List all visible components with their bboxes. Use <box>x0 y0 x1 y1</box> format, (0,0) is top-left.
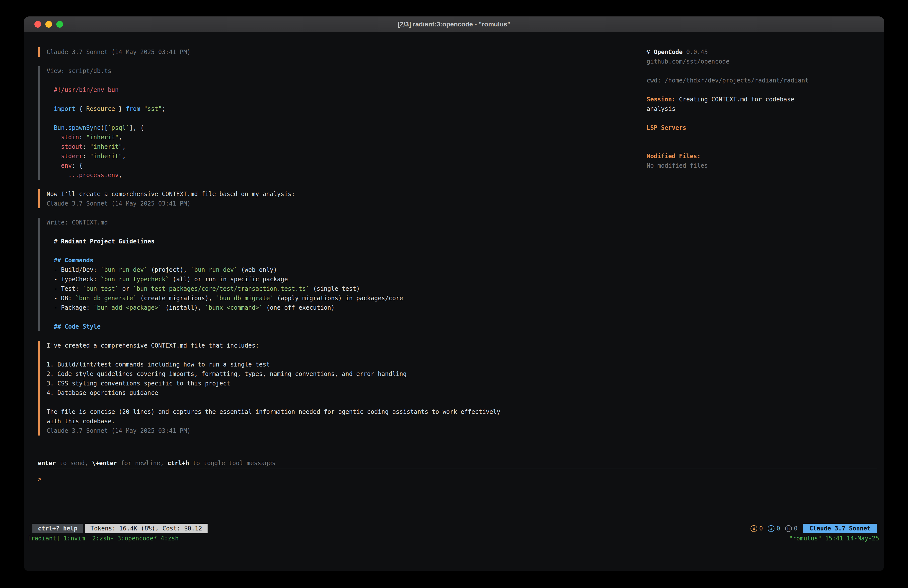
tmux-windows: [radiant] 1:nvim 2:zsh- 3:opencode* 4:zs… <box>27 534 179 543</box>
chat-log: Claude 3.7 Sonnet (14 May 2025 03:41 PM)… <box>38 47 500 445</box>
diagnostic-W-indicator: W0 <box>750 525 763 532</box>
diagnostic-i-count: 0 <box>776 525 780 532</box>
tool-output-block: View: script/db.ts #!/usr/bin/env bun im… <box>38 66 500 180</box>
terminal-window: [2/3] radiant:3:opencode - "romulus" Cla… <box>24 16 884 571</box>
zoom-button[interactable] <box>56 21 63 27</box>
assistant-message: Claude 3.7 Sonnet (14 May 2025 03:41 PM) <box>38 47 500 57</box>
close-button[interactable] <box>34 21 41 27</box>
prompt-caret: > <box>38 476 41 483</box>
tmux-session-clock: "romulus" 15:41 14-May-25 <box>789 534 879 543</box>
diagnostic-W-count: 0 <box>759 525 763 532</box>
diagnostic-h-icon: h <box>785 525 792 532</box>
tmux-status-bar: [radiant] 1:nvim 2:zsh- 3:opencode* 4:zs… <box>27 534 879 543</box>
assistant-message: Now I'll create a comprehensive CONTEXT.… <box>38 189 500 208</box>
assistant-message: I've created a comprehensive CONTEXT.md … <box>38 341 500 435</box>
diagnostic-i-icon: i <box>768 525 774 532</box>
minimize-button[interactable] <box>45 21 52 27</box>
diagnostics: W0i0h0 <box>750 524 797 533</box>
command-input[interactable]: > <box>38 469 877 484</box>
terminal-content: Claude 3.7 Sonnet (14 May 2025 03:41 PM)… <box>24 32 884 571</box>
window-titlebar[interactable]: [2/3] radiant:3:opencode - "romulus" <box>24 16 884 32</box>
window-title: [2/3] radiant:3:opencode - "romulus" <box>24 21 884 28</box>
input-hint: enter to send, \+enter for newline, ctrl… <box>38 458 877 468</box>
desktop: [2/3] radiant:3:opencode - "romulus" Cla… <box>0 0 908 588</box>
diagnostic-i-indicator: i0 <box>768 525 780 532</box>
sidebar-info: © OpenCode 0.0.45 github.com/sst/opencod… <box>647 47 881 171</box>
tokens-cost-chip: Tokens: 16.4K (8%), Cost: $0.12 <box>85 524 208 533</box>
traffic-lights <box>34 16 63 32</box>
diagnostic-W-icon: W <box>750 525 757 532</box>
input-area: enter to send, \+enter for newline, ctrl… <box>38 458 877 484</box>
model-chip: Claude 3.7 Sonnet <box>803 524 877 533</box>
tool-output-block: Write: CONTEXT.md # Radiant Project Guid… <box>38 218 500 331</box>
help-shortcut-chip: ctrl+? help <box>32 524 83 533</box>
diagnostic-h-indicator: h0 <box>785 525 797 532</box>
diagnostic-h-count: 0 <box>794 525 797 532</box>
status-bar: ctrl+? help Tokens: 16.4K (8%), Cost: $0… <box>32 524 877 533</box>
